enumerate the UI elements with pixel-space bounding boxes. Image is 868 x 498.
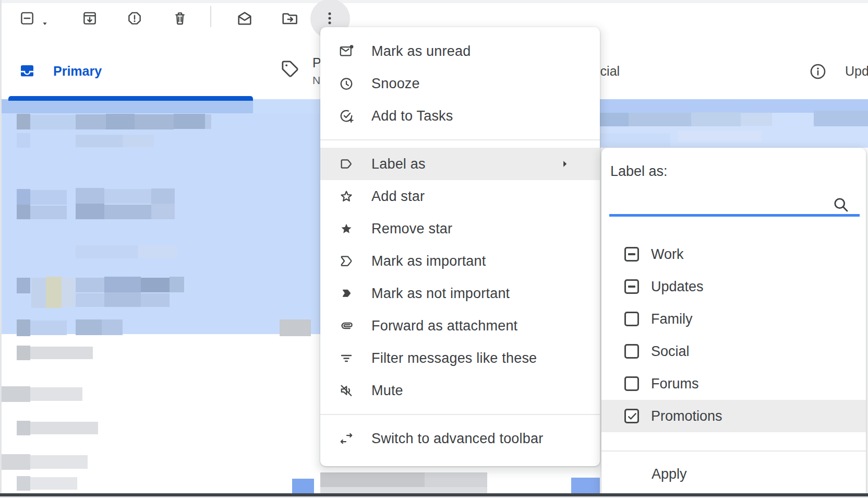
switch-arrows-icon <box>339 431 354 446</box>
label-option-name: Forums <box>651 376 699 392</box>
menu-item-label: Mute <box>371 383 403 399</box>
label-option-name: Family <box>651 311 693 327</box>
mark-unread-icon <box>339 43 354 59</box>
label-as-title: Label as: <box>610 163 668 180</box>
window-left-edge <box>0 0 2 498</box>
menu-item-remove-star[interactable]: Remove star <box>320 212 600 245</box>
report-spam-button[interactable] <box>126 9 144 27</box>
menu-item-label: Switch to advanced toolbar <box>371 431 543 447</box>
star-outline-icon <box>339 188 354 204</box>
search-underline <box>609 214 860 217</box>
menu-item-switch-to-advanced-toolbar[interactable]: Switch to advanced toolbar <box>320 422 600 455</box>
report-spam-icon <box>126 10 144 27</box>
menu-item-mute[interactable]: Mute <box>320 374 600 407</box>
menu-item-label: Snooze <box>371 76 420 92</box>
menu-item-label: Add to Tasks <box>371 108 453 124</box>
menu-item-snooze[interactable]: Snooze <box>320 67 600 100</box>
label-as-submenu: Label as: WorkUpdatesFamilySocialForumsP… <box>601 148 866 498</box>
important-filled-icon <box>339 286 354 301</box>
select-checkbox-icon <box>19 10 37 27</box>
important-outline-icon <box>339 253 354 269</box>
label-option-forums[interactable]: Forums <box>601 367 866 400</box>
label-search-input[interactable] <box>610 188 831 214</box>
add-to-tasks-icon <box>339 108 354 124</box>
label-option-name: Updates <box>651 279 704 295</box>
more-dots-icon <box>321 10 339 27</box>
menu-item-add-to-tasks[interactable]: Add to Tasks <box>320 100 600 132</box>
tab-primary[interactable]: Primary <box>53 64 102 79</box>
menu-divider <box>320 414 600 415</box>
menu-item-mark-as-unread[interactable]: Mark as unread <box>320 35 600 67</box>
select-caret-button[interactable] <box>41 15 50 32</box>
envelope-open-icon <box>236 9 254 27</box>
checkbox-indeterminate[interactable] <box>624 247 639 262</box>
label-option-work[interactable]: Work <box>601 238 866 270</box>
primary-inbox-icon <box>19 62 35 81</box>
label-option-updates[interactable]: Updates <box>601 270 866 303</box>
checkbox-unchecked[interactable] <box>624 344 639 359</box>
menu-item-forward-as-attachment[interactable]: Forward as attachment <box>320 310 600 342</box>
mark-as-read-button[interactable] <box>236 9 254 27</box>
more-options-button[interactable] <box>321 9 339 27</box>
gmail-window: Primary Pr Ne Social Updates Mark as unr… <box>0 0 868 498</box>
menu-item-mark-as-important[interactable]: Mark as important <box>320 245 600 277</box>
move-to-button[interactable] <box>281 9 299 27</box>
menu-item-mark-as-not-important[interactable]: Mark as not important <box>320 277 600 310</box>
tab-updates[interactable]: Updates <box>845 64 868 79</box>
menu-item-label: Forward as attachment <box>371 318 517 334</box>
search-icon <box>832 196 850 214</box>
menu-item-label: Remove star <box>371 221 452 237</box>
folder-move-icon <box>281 9 299 27</box>
menu-divider <box>320 139 600 140</box>
promotions-tag-icon[interactable] <box>280 58 300 81</box>
menu-item-label-as[interactable]: Label as <box>320 148 600 180</box>
caret-down-icon <box>41 19 50 28</box>
label-option-promotions[interactable]: Promotions <box>601 400 866 432</box>
apply-button[interactable]: Apply <box>601 459 866 489</box>
mute-icon <box>339 383 354 398</box>
star-filled-icon <box>339 221 354 236</box>
checkbox-unchecked[interactable] <box>624 376 639 391</box>
checkbox-indeterminate[interactable] <box>624 279 639 294</box>
archive-button[interactable] <box>81 9 99 27</box>
menu-item-filter-messages-like-these[interactable]: Filter messages like these <box>320 342 600 374</box>
checkbox-checked[interactable] <box>624 409 639 423</box>
filter-lines-icon <box>339 350 354 366</box>
menu-item-label: Mark as important <box>371 253 486 269</box>
menu-item-label: Filter messages like these <box>371 350 537 366</box>
paperclip-icon <box>339 318 354 334</box>
delete-button[interactable] <box>172 9 189 27</box>
label-option-name: Promotions <box>651 408 722 424</box>
menu-item-add-star[interactable]: Add star <box>320 180 600 212</box>
submenu-divider <box>601 450 866 452</box>
menu-item-label: Mark as not important <box>371 286 510 302</box>
archive-icon <box>81 10 99 27</box>
checkbox-unchecked[interactable] <box>624 312 639 326</box>
label-option-social[interactable]: Social <box>601 335 866 367</box>
label-option-name: Work <box>651 246 684 263</box>
tab-primary-underline <box>8 96 253 101</box>
label-checkbox-list: WorkUpdatesFamilySocialForumsPromotions <box>601 238 866 432</box>
info-icon[interactable] <box>809 63 827 82</box>
menu-item-label: Label as <box>371 156 426 172</box>
more-options-menu: Mark as unreadSnoozeAdd to TasksLabel as… <box>320 27 600 466</box>
select-button[interactable] <box>19 9 37 27</box>
trash-icon <box>172 10 189 27</box>
toolbar-divider <box>210 6 211 27</box>
menu-item-label: Mark as unread <box>371 43 471 60</box>
label-tag-icon <box>339 156 354 172</box>
submenu-arrow-icon <box>559 158 571 170</box>
label-option-family[interactable]: Family <box>601 303 866 335</box>
label-option-name: Social <box>651 343 690 360</box>
snooze-icon <box>339 76 354 91</box>
menu-item-label: Add star <box>371 188 425 205</box>
